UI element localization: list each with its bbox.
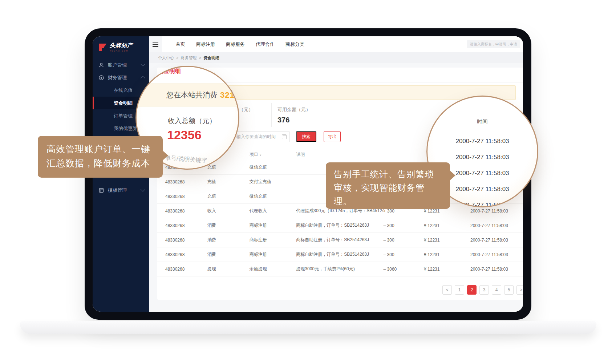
cell-amount: – 300 (384, 252, 413, 257)
cell-type: 消费 (207, 237, 250, 243)
cell-order: 48330268 (165, 223, 207, 228)
export-button[interactable]: 导出 (324, 131, 341, 142)
cell-time: 2000-7-27 11:58:03 (461, 252, 523, 257)
pagination-page-button[interactable]: 4 (492, 285, 501, 295)
cell-balance: ¥ 12231 (413, 238, 461, 243)
callout-left-text: 高效管理账户订单、一键汇总数据，降低财务成本 (46, 144, 150, 168)
cell-desc: 商标自助注册，订单号：SB2514263J (296, 251, 383, 258)
cell-balance: ¥ 12231 (413, 209, 461, 214)
cell-desc: 提现3000元，手续费2%(60元) (296, 266, 383, 272)
breadcrumb-item[interactable]: 资金明细 (196, 55, 219, 61)
cell-time: 2000-7-27 11:58:03 (461, 238, 523, 243)
sidebar-item-account[interactable]: 账户管理 (93, 58, 149, 71)
chevron-down-icon (141, 62, 145, 66)
table-row[interactable]: 48330268 消费 商标注册 商标自助注册，订单号：SB2514263J –… (157, 247, 523, 262)
cell-desc: 商标自助注册，订单号：SB2514263J (296, 237, 383, 243)
hamburger-menu-icon[interactable] (149, 36, 162, 52)
stat-balance-label: 可用余额（元） (277, 106, 330, 113)
template-icon (98, 187, 104, 193)
cell-project: 微信充值 (250, 164, 296, 170)
cell-project: 支付宝充值 (250, 179, 296, 185)
cell-type: 充值 (207, 179, 250, 185)
callout-left: 高效管理账户订单、一键汇总数据，降低财务成本 (38, 136, 163, 178)
sort-caret-icon: ∨ (259, 153, 262, 157)
cell-desc: 商标自助注册，订单号：SB2514263J (296, 222, 383, 228)
cell-amount: – 300 (384, 223, 413, 228)
header-project[interactable]: 项目∨ (250, 151, 296, 158)
brand-name: 头牌知产 (110, 42, 133, 49)
stat-balance-value: 376 (277, 116, 330, 124)
callout-arrow-icon (450, 170, 455, 181)
user-icon (98, 62, 104, 68)
pagination: < 12345 > (157, 285, 523, 295)
finance-icon (98, 75, 104, 81)
cell-balance: ¥ 12231 (413, 223, 461, 228)
table-row[interactable]: 48330268 消费 商标注册 商标自助注册，订单号：SB2514263J –… (157, 218, 523, 233)
cell-project: 商标注册 (250, 237, 296, 243)
cell-order: 48330268 (165, 267, 207, 272)
magnified-banner: 您在本站共消费 32124 (137, 84, 238, 106)
cell-project: 微信充值 (250, 193, 296, 199)
cell-type: 消费 (207, 222, 250, 228)
cell-order: 48330268 (165, 209, 207, 214)
table-row[interactable]: 48330268 消费 商标注册 商标自助注册，订单号：SB2514263J –… (157, 233, 523, 247)
cell-type: 收入 (207, 208, 250, 214)
time-input[interactable] (232, 131, 290, 142)
nav-tab[interactable]: 商标服务 (226, 41, 245, 48)
magnified-time-row: 2000-7-27 11:58:03 (431, 133, 534, 149)
cell-type: 消费 (207, 251, 250, 258)
cell-time: 2000-7-27 11:58:03 (461, 267, 523, 272)
cell-project: 余额提现 (250, 266, 296, 272)
laptop-base (20, 321, 596, 334)
sidebar-item-label: 账户管理 (108, 62, 141, 68)
nav-tab[interactable]: 首页 (176, 41, 185, 48)
table-row[interactable]: 48330268 提现 余额提现 提现3000元，手续费2%(60元) – 30… (157, 262, 523, 276)
pagination-page-button[interactable]: 5 (504, 285, 514, 295)
sidebar-item-label: 财务管理 (108, 74, 141, 81)
pagination-prev-button[interactable]: < (442, 285, 452, 295)
brand-logo: 头牌知产 TOUPAI.COM (93, 36, 149, 58)
nav-tab[interactable]: 商标分类 (285, 41, 304, 48)
magnified-time-header: 时间 (427, 118, 537, 125)
sidebar-item-template[interactable]: 模板管理 (93, 184, 149, 197)
pagination-page-button[interactable]: 2 (467, 285, 477, 295)
cell-balance: ¥ 12231 (413, 252, 461, 257)
pagination-page-button[interactable]: 1 (455, 285, 464, 295)
cell-amount: – 3060 (384, 267, 413, 272)
stage: 头牌知产 TOUPAI.COM 账户管理 (0, 0, 616, 364)
cell-type: 充值 (207, 164, 250, 170)
brand-logo-icon (98, 43, 107, 52)
calendar-icon (282, 134, 287, 139)
sidebar-item-finance[interactable]: 财务管理 (93, 71, 149, 84)
search-button[interactable]: 搜索 (296, 131, 316, 142)
chevron-down-icon (141, 187, 145, 192)
breadcrumb: 个人中心财务管理资金明细 (149, 52, 523, 63)
breadcrumb-item[interactable]: 个人中心 (158, 55, 174, 61)
header-desc: 说明 (296, 151, 383, 158)
callout-arrow-icon (162, 150, 168, 161)
nav-tab[interactable]: 商标注册 (196, 41, 215, 48)
cell-project: 商标注册 (250, 222, 296, 228)
cell-order: 48330268 (165, 238, 207, 243)
chevron-up-icon (141, 76, 145, 81)
cell-balance: ¥ 12231 (413, 267, 461, 272)
callout-right-text: 告别手工统计、告别繁琐审核，实现智能财务管理。 (334, 169, 434, 206)
nav-tabs: 首页商标注册商标服务代理合作商标分类 (176, 41, 304, 48)
stat-balance: 可用余额（元） 376 (272, 103, 330, 127)
cell-type: 提现 (207, 266, 250, 272)
breadcrumb-item[interactable]: 财务管理 (174, 55, 196, 61)
cell-order: 48330268 (165, 252, 207, 257)
magnified-income-label: 收入总额（元） (168, 116, 216, 126)
cell-order: 48330268 (165, 194, 207, 199)
top-navbar: 首页商标注册商标服务代理合作商标分类 (149, 36, 523, 52)
search-input[interactable] (467, 40, 520, 48)
pagination-next-button[interactable]: > (516, 285, 523, 295)
nav-tab[interactable]: 代理合作 (256, 41, 275, 48)
cell-amount: – 300 (384, 238, 413, 243)
sidebar-subitem-label: 在线充值 (114, 87, 145, 94)
cell-time: 2000-7-27 11:58:03 (461, 223, 523, 228)
cell-order: 48330268 (165, 179, 207, 185)
magnified-income-value: 12356 (167, 128, 202, 142)
pagination-page-button[interactable]: 3 (479, 285, 489, 295)
cell-amount: + 300 (384, 209, 413, 214)
